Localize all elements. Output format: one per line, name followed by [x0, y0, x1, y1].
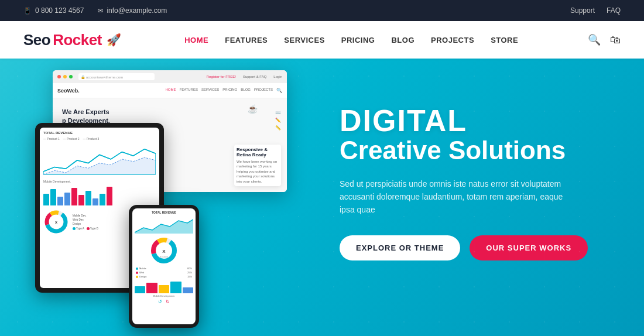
browser-url-text: 🔒 accountwwwtheme.com: [81, 75, 123, 79]
browser-dot-green: [69, 75, 73, 78]
svg-text:Solution: Solution: [160, 255, 168, 258]
nav-pricing[interactable]: PRICING: [341, 36, 375, 44]
browser-bar: 🔒 accountwwwtheme.com Register for FREE!…: [53, 70, 287, 83]
phone-mockup: TOTAL REVENUE X Solution: [129, 205, 199, 328]
browser-search-icon: 🔍: [276, 88, 282, 93]
browser-nav-pricing: PRICING: [222, 88, 237, 93]
nav-home[interactable]: HOME: [184, 36, 208, 44]
chart-legend: — Product 1— Product 2— Product 3: [43, 137, 156, 140]
explore-button[interactable]: EXPLORE OR THEME: [340, 235, 460, 260]
browser-dot-red: [57, 75, 61, 78]
phone-mobile-dev-label: Mobile Development.: [135, 294, 193, 297]
chart-header: TOTAL REVENUE: [43, 131, 156, 135]
search-icon[interactable]: 🔍: [588, 33, 601, 46]
responsive-text: We have been working on marketing for 15…: [237, 159, 279, 184]
logo[interactable]: SeoRocket 🚀: [23, 31, 121, 49]
top-bar-left: 📱 0 800 123 4567 ✉ info@example.com: [23, 6, 167, 15]
browser-nav-blog: BLOG: [241, 88, 251, 93]
top-bar-right: Support FAQ: [570, 6, 621, 15]
hero-title-line1: DIGITAL: [340, 105, 609, 136]
browser-desk-items: ⌨️ ✏️ 📏: [275, 110, 281, 131]
main-nav: HOME FEATURES SERVICES PRICING BLOG PROJ…: [184, 36, 518, 44]
phone-donut: X Solution: [149, 236, 179, 265]
browser-nav-home: HOME: [165, 88, 176, 93]
phone-arrows: ↺ ↻: [135, 299, 193, 304]
support-link[interactable]: Support: [570, 6, 595, 15]
logo-seo: Seo: [23, 31, 50, 49]
browser-nav-links: HOME FEATURES SERVICES PRICING BLOG PROJ…: [165, 88, 282, 93]
nav-store[interactable]: STORE: [491, 36, 518, 44]
responsive-card: Responsive & Retina Ready We have been w…: [234, 145, 281, 186]
browser-nav-features: FEATURES: [179, 88, 198, 93]
browser-nav-services: SERVICES: [201, 88, 219, 93]
phone-legend: Mobile60% Web25% Design15%: [135, 267, 193, 278]
faq-link[interactable]: FAQ: [607, 6, 621, 15]
responsive-title: Responsive & Retina Ready: [237, 147, 279, 157]
nav-projects[interactable]: PROJECTS: [431, 36, 474, 44]
phone-item: 📱 0 800 123 4567: [23, 6, 84, 15]
phone-arrow-left: ↺: [158, 299, 162, 304]
hero-content: DIGITAL Creative Solutions Sed ut perspi…: [316, 76, 609, 260]
phone-bar-5: [183, 287, 193, 293]
bar-chart-label: Mobile Development.: [43, 180, 156, 183]
bar-3: [57, 197, 63, 205]
ruler-icon: 📏: [275, 125, 281, 131]
login-text: Login: [273, 75, 282, 78]
phone-bar-2: [146, 283, 157, 293]
phone-donut-container: X Solution: [135, 236, 193, 265]
nav-blog[interactable]: BLOG: [391, 36, 415, 44]
email-icon: ✉: [98, 7, 103, 15]
bar-5: [71, 188, 77, 205]
bar-8: [93, 198, 98, 205]
phone-bar-3: [159, 285, 169, 293]
super-works-button[interactable]: OUR SUPER WORKS: [470, 235, 588, 260]
phone-screen: TOTAL REVENUE X Solution: [132, 208, 196, 324]
support-faq-text: Support & FAQ: [243, 75, 266, 78]
hero-section: 🔒 accountwwwtheme.com Register for FREE!…: [0, 59, 644, 336]
phone-number: 0 800 123 4567: [35, 6, 84, 15]
browser-nav-projects: PROJECTS: [254, 88, 273, 93]
phone-bar-1: [135, 286, 145, 293]
nav-icons: 🔍 🛍: [588, 33, 621, 46]
bar-chart-area: Mobile Development.: [43, 180, 156, 205]
donut-chart: X: [43, 209, 69, 235]
bar-2: [50, 189, 56, 205]
email-item: ✉ info@example.com: [98, 6, 167, 15]
revenue-chart: [43, 143, 156, 175]
cart-icon[interactable]: 🛍: [610, 34, 621, 46]
keyboard-icon: ⌨️: [275, 110, 281, 115]
coffee-cup-icon: ☕: [248, 104, 258, 114]
browser-logo: SeoWeb.: [57, 88, 80, 94]
devices-container: 🔒 accountwwwtheme.com Register for FREE!…: [35, 70, 316, 316]
register-text: Register for FREE!: [207, 75, 236, 78]
phone-stat-3: Design15%: [136, 275, 192, 278]
phone-stat-2: Web25%: [136, 271, 192, 274]
hero-title-line2: Creative Solutions: [340, 136, 609, 166]
nav-features[interactable]: FEATURES: [225, 36, 268, 44]
phone-header: TOTAL REVENUE: [135, 211, 193, 214]
hero-subtitle: Sed ut perspiciatis unde omnis iste natu…: [340, 177, 574, 217]
bar-10: [107, 187, 112, 205]
bar-chart: [43, 185, 156, 205]
bar-6: [78, 195, 84, 205]
nav-services[interactable]: SERVICES: [284, 36, 325, 44]
browser-nav-area: SeoWeb. HOME FEATURES SERVICES PRICING B…: [53, 83, 287, 98]
phone-bar-4: [170, 282, 181, 293]
bar-7: [85, 191, 91, 205]
hero-buttons: EXPLORE OR THEME OUR SUPER WORKS: [340, 235, 609, 260]
phone-arrow-right: ↻: [166, 299, 170, 304]
bar-9: [100, 194, 105, 205]
email-address: info@example.com: [107, 6, 167, 15]
phone-mini-bars: [135, 280, 193, 293]
bar-4: [64, 193, 70, 205]
phone-stat-1: Mobile60%: [136, 267, 192, 270]
svg-text:X: X: [55, 221, 57, 224]
phone-chart: [135, 216, 193, 234]
pencil-icon: ✏️: [275, 118, 281, 123]
phone-icon: 📱: [23, 7, 32, 15]
top-bar: 📱 0 800 123 4567 ✉ info@example.com Supp…: [0, 0, 644, 21]
logo-rocket-icon: 🚀: [107, 33, 121, 47]
bar-1: [43, 194, 49, 205]
browser-dot-yellow: [63, 75, 67, 78]
browser-url: 🔒 accountwwwtheme.com: [78, 73, 155, 80]
